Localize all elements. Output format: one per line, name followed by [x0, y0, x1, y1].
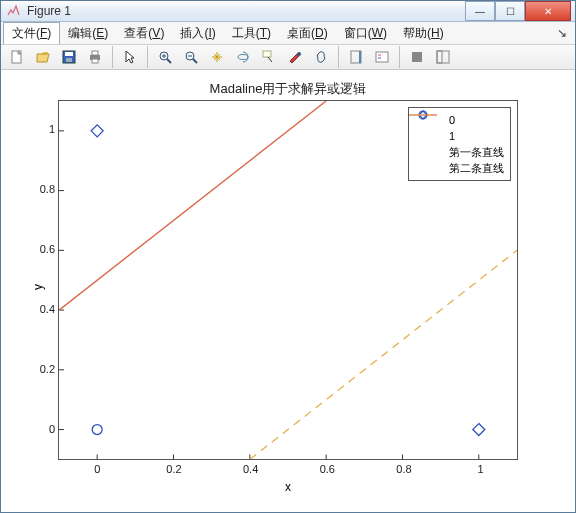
legend-entry-line1: 第一条直线	[415, 144, 504, 160]
legend[interactable]: 0 1 第一条直线 第二条直线	[408, 107, 511, 181]
menu-help[interactable]: 帮助(H)	[395, 23, 452, 44]
menu-desktop[interactable]: 桌面(D)	[279, 23, 336, 44]
new-icon[interactable]	[5, 45, 29, 69]
window-controls: — ☐ ✕	[465, 1, 571, 21]
open-icon[interactable]	[31, 45, 55, 69]
svg-rect-19	[359, 51, 361, 63]
close-button[interactable]: ✕	[525, 1, 571, 21]
svg-line-12	[193, 59, 197, 63]
menu-view[interactable]: 查看(V)	[116, 23, 172, 44]
figure-canvas: Madaline用于求解异或逻辑 y 0 1 第一条直线 第二条直线 00.20…	[1, 70, 575, 512]
datacursor-icon[interactable]	[257, 45, 281, 69]
brush-icon[interactable]	[283, 45, 307, 69]
toolbar-separator	[147, 46, 148, 68]
axes-container: Madaline用于求解异或逻辑 y 0 1 第一条直线 第二条直线 00.20…	[19, 80, 557, 494]
svg-rect-24	[437, 51, 449, 63]
svg-rect-23	[412, 52, 422, 62]
menu-more-icon[interactable]: ↘	[551, 26, 573, 40]
menu-tools[interactable]: 工具(T)	[224, 23, 279, 44]
x-axis-label: x	[19, 480, 557, 494]
pan-icon[interactable]	[205, 45, 229, 69]
menubar: 文件(F) 编辑(E) 查看(V) 插入(I) 工具(T) 桌面(D) 窗口(W…	[1, 22, 575, 45]
matlab-icon	[5, 3, 21, 19]
figure-window: Figure 1 — ☐ ✕ 文件(F) 编辑(E) 查看(V) 插入(I) 工…	[0, 0, 576, 513]
legend-entry-1: 1	[415, 128, 504, 144]
legend-icon[interactable]	[370, 45, 394, 69]
svg-point-14	[238, 55, 248, 60]
menu-window[interactable]: 窗口(W)	[336, 23, 395, 44]
svg-line-8	[167, 59, 171, 63]
window-title: Figure 1	[27, 4, 465, 18]
toolbar	[1, 45, 575, 70]
svg-rect-2	[65, 52, 73, 56]
svg-point-17	[297, 52, 301, 56]
menu-file[interactable]: 文件(F)	[3, 22, 60, 44]
print-icon[interactable]	[83, 45, 107, 69]
hide-tools-icon[interactable]	[405, 45, 429, 69]
dock-icon[interactable]	[431, 45, 455, 69]
titlebar[interactable]: Figure 1 — ☐ ✕	[1, 1, 575, 22]
svg-line-16	[268, 57, 272, 62]
y-axis-label: y	[31, 284, 45, 290]
svg-point-38	[92, 425, 102, 435]
maximize-button[interactable]: ☐	[495, 1, 525, 21]
svg-rect-15	[263, 51, 271, 57]
save-icon[interactable]	[57, 45, 81, 69]
link-icon[interactable]	[309, 45, 333, 69]
svg-rect-20	[376, 52, 388, 62]
pointer-icon[interactable]	[118, 45, 142, 69]
colorbar-icon[interactable]	[344, 45, 368, 69]
toolbar-separator	[399, 46, 400, 68]
menu-insert[interactable]: 插入(I)	[172, 23, 223, 44]
axes[interactable]: 0 1 第一条直线 第二条直线 00.20.40.60.8100.20.40.6…	[58, 100, 518, 460]
chart-title: Madaline用于求解异或逻辑	[19, 80, 557, 98]
toolbar-separator	[338, 46, 339, 68]
svg-rect-25	[437, 51, 442, 63]
svg-rect-5	[92, 51, 98, 55]
menu-edit[interactable]: 编辑(E)	[60, 23, 116, 44]
svg-rect-3	[66, 58, 72, 62]
legend-entry-line2: 第二条直线	[415, 160, 504, 176]
zoom-in-icon[interactable]	[153, 45, 177, 69]
rotate3d-icon[interactable]	[231, 45, 255, 69]
minimize-button[interactable]: —	[465, 1, 495, 21]
svg-rect-6	[92, 59, 98, 63]
toolbar-separator	[112, 46, 113, 68]
zoom-out-icon[interactable]	[179, 45, 203, 69]
